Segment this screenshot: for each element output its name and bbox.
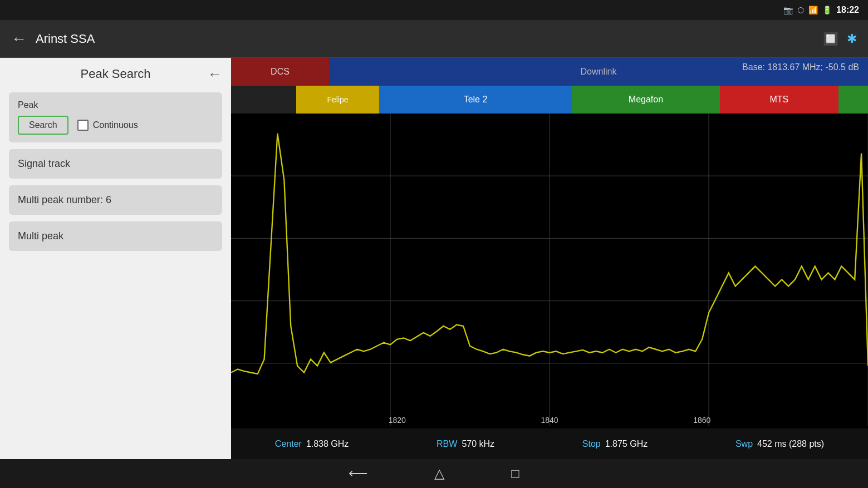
app-title: Arinst SSA	[36, 32, 95, 46]
stop-value: 1.875 GHz	[605, 439, 648, 449]
battery-top-icon: 🔲	[823, 32, 838, 46]
multi-peak-number-item[interactable]: Multi peak number: 6	[9, 185, 222, 215]
rbw-value: 570 kHz	[462, 439, 494, 449]
band-felipe: Felipe	[296, 86, 379, 114]
base-info: Base: 1813.67 MHz; -50.5 dB	[742, 62, 859, 72]
rbw-info: RBW 570 kHz	[437, 439, 494, 449]
x-label-1820: 1820	[389, 416, 406, 425]
band-mts: MTS	[720, 86, 838, 114]
top-bar-right: 🔲 ✱	[823, 32, 857, 46]
nav-bar: ⟵ △ □	[0, 459, 868, 488]
chart-area: Base: 1813.67 MHz; -50.5 dB DCS Downlink…	[231, 58, 868, 459]
x-axis: 1820 1840 1860	[231, 416, 868, 425]
band-dcs: DCS	[231, 58, 329, 86]
nav-recent-button[interactable]: □	[511, 466, 519, 481]
band-empty	[231, 86, 296, 114]
nav-home-button[interactable]: △	[434, 466, 444, 481]
panel-header: Peak Search ←	[9, 67, 222, 81]
band-row-2: Felipe Tele 2 Megafon MTS	[231, 86, 868, 114]
peak-section: Peak Search Continuous	[9, 92, 222, 142]
x-label-1860: 1860	[693, 416, 710, 425]
side-panel: Peak Search ← Peak Search Continuous Sig…	[0, 58, 231, 459]
panel-back-button[interactable]: ←	[208, 66, 222, 83]
x-label-1840: 1840	[541, 416, 558, 425]
center-key: Center	[275, 439, 302, 449]
multi-peak-item[interactable]: Multi peak	[9, 221, 222, 251]
panel-title: Peak Search	[81, 67, 151, 81]
band-green-end	[838, 86, 868, 114]
checkbox-box	[77, 120, 89, 131]
nav-back-button[interactable]: ⟵	[349, 466, 367, 481]
stop-info: Stop 1.875 GHz	[582, 439, 648, 449]
center-info: Center 1.838 GHz	[275, 439, 349, 449]
main-area: Peak Search ← Peak Search Continuous Sig…	[0, 58, 868, 459]
band-tele2: Tele 2	[379, 86, 572, 114]
status-bar: 📷 ⬡ 📶 🔋 18:22	[0, 0, 868, 20]
center-value: 1.838 GHz	[306, 439, 349, 449]
peak-controls-row: Search Continuous	[18, 116, 213, 135]
top-bar: ← Arinst SSA 🔲 ✱	[0, 20, 868, 58]
spectrum-chart	[231, 114, 868, 426]
signal-icon: 📶	[808, 6, 818, 14]
peak-section-label: Peak	[18, 100, 213, 110]
battery-icon: 🔋	[822, 6, 832, 14]
camera-icon: 📷	[783, 6, 793, 14]
top-back-button[interactable]: ←	[11, 30, 27, 48]
bottom-info: Center 1.838 GHz RBW 570 kHz Stop 1.875 …	[231, 428, 868, 459]
bluetooth-top-icon: ✱	[847, 32, 857, 46]
continuous-checkbox[interactable]: Continuous	[77, 120, 138, 131]
status-time: 18:22	[836, 5, 859, 15]
rbw-key: RBW	[437, 439, 457, 449]
swp-info: Swp 452 ms (288 pts)	[735, 439, 824, 449]
swp-value: 452 ms (288 pts)	[757, 439, 824, 449]
bluetooth-icon: ⬡	[797, 6, 804, 14]
band-megafon: Megafon	[572, 86, 720, 114]
search-button[interactable]: Search	[18, 116, 68, 135]
signal-track-item[interactable]: Signal track	[9, 149, 222, 179]
swp-key: Swp	[735, 439, 753, 449]
continuous-label: Continuous	[93, 120, 138, 130]
stop-key: Stop	[582, 439, 601, 449]
